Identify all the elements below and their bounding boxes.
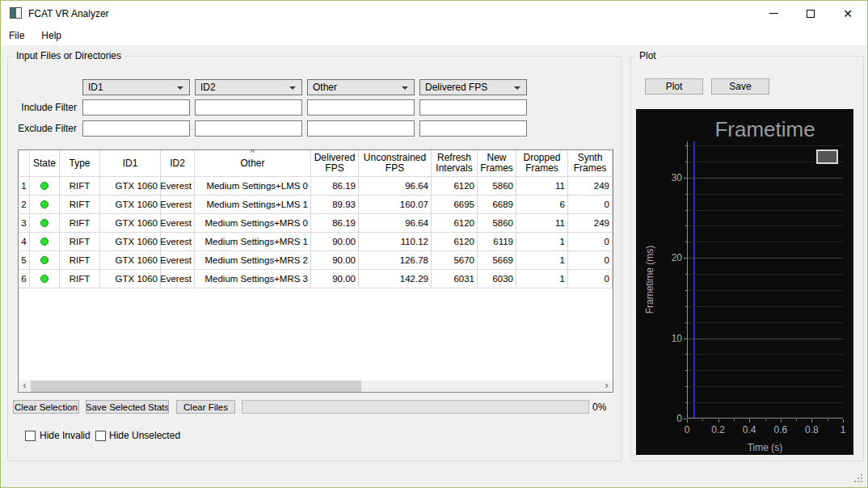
table-row[interactable]: 2RIFTGTX 1060EverestMedium Settings+LMS … [19,196,613,214]
hide-invalid-label: Hide Invalid [40,430,91,441]
save-selected-stats-button[interactable]: Save Selected Stats [86,400,169,414]
row-number: 2 [19,196,30,214]
include-filter-input-2[interactable] [195,99,302,116]
table-empty-area [19,288,613,381]
column-header-label: Synth Frames [568,153,612,174]
cell-unconstrained_fps: 126.78 [359,251,432,270]
title-bar[interactable]: FCAT VR Analyzer ✕ [1,1,867,26]
column-header-dropped-frames[interactable]: Dropped Frames [516,150,568,177]
table-row[interactable]: 1RIFTGTX 1060EverestMedium Settings+LMS … [19,177,613,196]
column-header-other[interactable]: Other^ [195,150,311,177]
scroll-right-icon[interactable]: › [600,381,613,392]
cell-id1: GTX 1060 [100,214,161,233]
state-cell [30,233,60,251]
menu-file[interactable]: File [8,30,25,41]
table-horizontal-scrollbar[interactable]: ‹ › [19,381,613,392]
column-header-refresh-intervals[interactable]: Refresh Intervals [432,150,478,177]
x-tick-label: 0.8 [799,424,824,435]
include-filter-input-1[interactable] [82,99,190,116]
include-filter-input-3[interactable] [307,99,415,116]
cell-id1: GTX 1060 [100,270,161,288]
sort-up-icon: ^ [195,149,310,157]
y-minor-tick [685,354,687,355]
y-minor-tick [685,386,687,387]
cell-dropped_frames: 1 [516,233,568,251]
cell-type: RIFT [60,196,100,214]
cell-delivered_fps: 86.19 [311,177,359,196]
close-icon: ✕ [843,8,853,19]
include-filter-input-4[interactable] [419,99,527,116]
minimize-icon [769,13,778,14]
state-ok-icon [40,275,48,283]
table-row[interactable]: 3RIFTGTX 1060EverestMedium Settings+MRS … [19,214,613,233]
cell-id2: Everest [161,214,195,233]
y-minor-tick [685,225,687,226]
y-tick-mark [684,178,687,179]
column-header-type[interactable]: Type [60,150,100,177]
y-minor-tick [685,370,687,371]
cell-new_frames: 6689 [478,196,516,214]
filter-combo-other[interactable]: Other [307,79,415,95]
table-row[interactable]: 6RIFTGTX 1060EverestMedium Settings+MRS … [19,270,613,288]
column-header-label: New Frames [478,153,516,174]
minimize-button[interactable] [764,1,783,26]
cell-unconstrained_fps: 110.12 [359,233,432,251]
hide-invalid-checkbox[interactable] [25,431,36,441]
menu-help[interactable]: Help [40,30,62,41]
plot-button[interactable]: Plot [645,78,703,95]
column-header-delivered-fps[interactable]: Delivered FPS [311,150,359,177]
chart-legend-box[interactable] [816,149,838,164]
save-button[interactable]: Save [711,78,769,95]
column-header-state[interactable]: State [30,150,60,177]
state-ok-icon [40,256,48,264]
exclude-filter-input-1[interactable] [82,120,190,137]
cell-type: RIFT [60,251,100,270]
gridline [688,290,843,291]
cell-refresh_intervals: 6695 [432,196,478,214]
cell-refresh_intervals: 6120 [432,233,478,251]
filter-combo-delivered-fps[interactable]: Delivered FPS [419,79,527,95]
clear-files-button[interactable]: Clear Files [176,400,235,414]
state-cell [30,214,60,233]
maximize-button[interactable] [801,1,820,26]
y-tick-label: 0 [651,413,682,424]
filter-combo-id1[interactable]: ID1 [82,79,190,95]
column-header-synth-frames[interactable]: Synth Frames [568,150,613,177]
column-header-id1[interactable]: ID1 [100,150,161,177]
exclude-filter-input-3[interactable] [307,120,415,137]
x-tick-mark [687,419,688,423]
cell-new_frames: 5669 [478,251,516,270]
cell-refresh_intervals: 6120 [432,214,478,233]
y-tick-label: 20 [651,252,682,263]
chart-cursor-line [693,141,695,418]
resize-grip[interactable] [854,474,856,476]
column-header-new-frames[interactable]: New Frames [478,150,516,177]
row-number: 1 [19,177,30,196]
column-header-unconstrained-fps[interactable]: Unconstrained FPS [359,150,432,177]
combo-value: ID2 [200,82,216,93]
cell-synth_frames: 0 [568,270,613,288]
clear-selection-button[interactable]: Clear Selection [13,400,79,414]
column-header-id2[interactable]: ID2 [161,150,195,177]
gridline [688,370,843,371]
cell-unconstrained_fps: 96.64 [359,214,432,233]
y-tick-mark [684,258,687,259]
progress-percent: 0% [592,402,617,413]
table-row[interactable]: 5RIFTGTX 1060EverestMedium Settings+MRS … [19,251,613,270]
scroll-left-icon[interactable]: ‹ [19,381,31,392]
y-minor-tick [685,162,687,162]
exclude-filter-input-2[interactable] [195,120,302,137]
exclude-filter-input-4[interactable] [419,120,527,137]
cell-delivered_fps: 89.93 [311,196,359,214]
window: FCAT VR Analyzer ✕ File Help Input Files… [0,0,868,488]
cell-type: RIFT [60,214,100,233]
hide-unselected-checkbox[interactable] [95,431,106,441]
cell-synth_frames: 249 [568,214,613,233]
table-row[interactable]: 4RIFTGTX 1060EverestMedium Settings+MRS … [19,233,613,251]
close-button[interactable]: ✕ [838,1,857,26]
filter-combo-id2[interactable]: ID2 [195,79,302,95]
cell-synth_frames: 0 [568,233,613,251]
scrollbar-thumb[interactable] [31,381,361,392]
cell-id1: GTX 1060 [100,177,161,196]
state-cell [30,251,60,270]
